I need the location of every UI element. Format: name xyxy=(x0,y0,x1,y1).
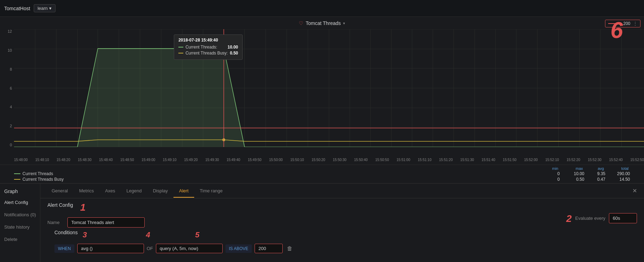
x-label: 15:50:10 xyxy=(290,158,304,162)
chart-svg-area xyxy=(14,29,644,147)
x-label: 15:52:00 xyxy=(524,158,538,162)
x-label: 15:51:50 xyxy=(503,158,517,162)
stat-header-total: total xyxy=(604,166,629,171)
alert-name-input[interactable] xyxy=(67,217,145,228)
close-panel-button[interactable]: ✕ xyxy=(631,187,638,194)
x-label: 15:51:00 xyxy=(396,158,410,162)
y-label-2: 2 xyxy=(1,124,12,128)
x-label: 15:48:10 xyxy=(35,158,49,162)
series-total-1: 290.00 xyxy=(605,171,630,176)
x-label: 15:51:30 xyxy=(460,158,474,162)
condition-delete-button[interactable]: 🗑 xyxy=(285,244,294,253)
name-label: Name xyxy=(47,220,63,225)
tab-display[interactable]: Display xyxy=(147,185,173,198)
left-sidebar: Graph Alert Config Notifications (0) Sta… xyxy=(0,184,40,262)
sidebar-item-alert-config[interactable]: Alert Config xyxy=(0,196,40,209)
when-value-input[interactable] xyxy=(77,244,144,253)
x-label: 15:50:50 xyxy=(375,158,389,162)
series-max-1: 10.00 xyxy=(560,171,584,176)
chart-title-text: Tomcat Threads xyxy=(305,20,341,26)
tab-general[interactable]: General xyxy=(46,185,73,198)
series-green-line-icon xyxy=(14,173,20,174)
step-1: 1 xyxy=(80,202,86,213)
series-name-1: Current Threads xyxy=(22,171,539,176)
tab-legend[interactable]: Legend xyxy=(121,185,147,198)
x-label: 15:49:00 xyxy=(142,158,155,162)
series-min-1: 0 xyxy=(539,171,560,176)
x-label: 15:48:20 xyxy=(57,158,70,162)
evaluate-block: 2 Evaluate every xyxy=(566,202,637,224)
step-3: 3 xyxy=(83,230,87,239)
series-row-1: Current Threads 0 10.00 9.35 290.00 xyxy=(14,171,630,176)
y-label-10: 10 xyxy=(1,48,12,52)
x-label: 15:52:40 xyxy=(609,158,623,162)
stat-header-avg: avg xyxy=(583,166,604,171)
x-label: 15:52:50 xyxy=(630,158,644,162)
chart-svg xyxy=(14,29,644,147)
panel-title: Graph xyxy=(0,184,40,196)
x-label: 15:52:30 xyxy=(588,158,602,162)
learn-label: learn xyxy=(38,6,48,11)
x-label: 15:51:20 xyxy=(439,158,453,162)
bottom-panel: Graph Alert Config Notifications (0) Sta… xyxy=(0,183,644,262)
tab-alert[interactable]: Alert xyxy=(173,185,194,198)
conditions-heading-row: Conditions 3 4 5 xyxy=(54,230,630,240)
stat-header-min: min xyxy=(537,166,558,171)
x-label: 15:49:20 xyxy=(184,158,198,162)
is-above-label: IS ABOVE xyxy=(225,244,252,253)
alert-config-row: Alert Config 1 Name 2 Evaluate every xyxy=(47,202,637,228)
series-min-2: 0 xyxy=(539,177,560,182)
series-total-2: 14.50 xyxy=(605,177,630,182)
chart-title-dropdown-icon[interactable]: ▾ xyxy=(343,21,345,26)
y-label-0: 0 xyxy=(1,143,12,147)
main-content: General Metrics Axes Legend Display Aler… xyxy=(40,184,644,262)
threshold-value-input[interactable] xyxy=(255,244,283,253)
chart-title: ♡ Tomcat Threads ▾ xyxy=(299,20,345,26)
name-row: Name xyxy=(47,217,566,228)
y-axis: 0 2 4 6 8 10 12 xyxy=(0,29,13,147)
legend-dots-icon[interactable]: ⋮ xyxy=(633,21,637,26)
y-label-6: 6 xyxy=(1,86,12,90)
when-label: WHEN xyxy=(54,244,74,253)
y-label-4: 4 xyxy=(1,105,12,109)
x-label: 15:52:10 xyxy=(545,158,559,162)
alert-config-heading: Alert Config xyxy=(47,202,73,208)
sidebar-item-state-history[interactable]: State history xyxy=(0,221,40,233)
chart-container: 6 ♡ Tomcat Threads ▾ ♥ 200 ⋮ 0 2 4 6 8 1… xyxy=(0,17,644,165)
tab-axes[interactable]: Axes xyxy=(99,185,121,198)
y-label-8: 8 xyxy=(1,67,12,71)
x-label: 15:50:30 xyxy=(333,158,347,162)
x-label: 15:49:10 xyxy=(163,158,177,162)
evaluate-every-row: Evaluate every xyxy=(575,213,637,223)
conditions-row: WHEN OF IS ABOVE 🗑 xyxy=(54,244,630,253)
evaluate-label: Evaluate every xyxy=(575,216,605,221)
topnav: TomcatHost learn ▾ xyxy=(0,0,644,17)
series-name-2: Current Threads Busy xyxy=(22,177,539,182)
evaluate-value-input[interactable] xyxy=(609,213,637,223)
series-legend: min max avg total Current Threads 0 10.0… xyxy=(0,165,644,183)
conditions-heading: Conditions xyxy=(54,230,78,235)
x-label: 15:49:40 xyxy=(226,158,240,162)
sidebar-item-notifications[interactable]: Notifications (0) xyxy=(0,209,40,221)
y-label-12: 12 xyxy=(1,29,12,33)
sidebar-item-delete[interactable]: Delete xyxy=(0,233,40,245)
x-label: 15:48:50 xyxy=(120,158,134,162)
learn-dropdown[interactable]: learn ▾ xyxy=(34,4,55,12)
x-label: 15:50:20 xyxy=(311,158,325,162)
series-row-2: Current Threads Busy 0 0.50 0.47 14.50 xyxy=(14,177,630,182)
query-value-input[interactable] xyxy=(156,244,223,253)
step-4: 4 xyxy=(146,230,150,239)
x-label: 15:50:00 xyxy=(269,158,283,162)
series-avg-1: 9.35 xyxy=(584,171,605,176)
series-yellow-line-icon xyxy=(14,179,20,180)
x-label: 15:51:40 xyxy=(481,158,495,162)
step-5: 5 xyxy=(195,230,199,239)
stat-header-max: max xyxy=(558,166,583,171)
heart-icon: ♡ xyxy=(299,20,303,26)
learn-dropdown-arrow-icon: ▾ xyxy=(49,6,52,11)
tab-metrics[interactable]: Metrics xyxy=(73,185,99,198)
series-avg-2: 0.47 xyxy=(584,177,605,182)
tab-time-range[interactable]: Time range xyxy=(194,185,228,198)
x-axis-labels: 15:48:00 15:48:10 15:48:20 15:48:30 15:4… xyxy=(14,158,644,162)
conditions-section: Conditions 3 4 5 WHEN OF IS ABOVE 🗑 xyxy=(47,230,637,258)
